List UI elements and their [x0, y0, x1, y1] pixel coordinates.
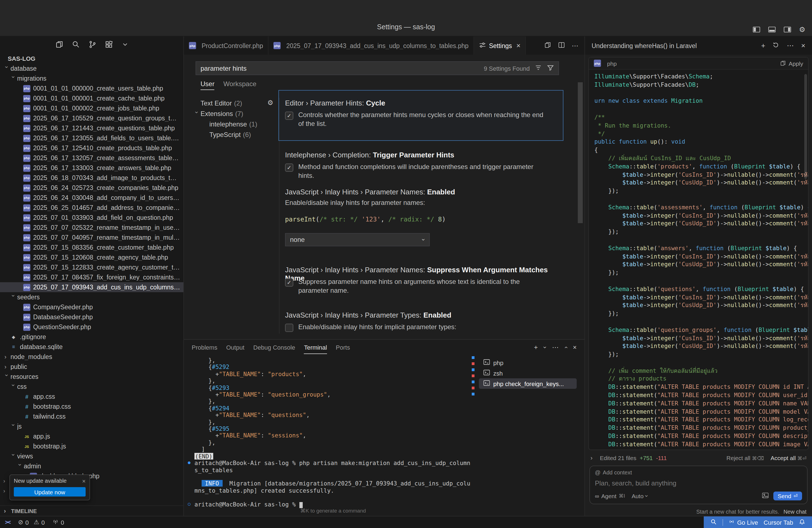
tree-item[interactable]: php2025_06_17_121443_create_questions_ta…	[0, 123, 184, 133]
settings-scrollbar[interactable]	[578, 82, 583, 223]
more-actions-icon[interactable]: ⋯	[572, 42, 578, 49]
tree-item[interactable]: php2025_07_15_083356_create_customer_tab…	[0, 243, 184, 252]
tree-item[interactable]: php2025_07_15_120608_create_agency_table…	[0, 252, 184, 262]
go-live-button[interactable]: Go Live	[729, 518, 758, 526]
settings-toc-item[interactable]: TypeScript(6)	[191, 129, 278, 140]
copy-icon[interactable]	[544, 41, 551, 50]
tree-item[interactable]: ›resources	[0, 372, 184, 382]
customize-layout-icon[interactable]: ⚙	[799, 25, 806, 34]
panel-tab[interactable]: Ports	[336, 341, 350, 354]
close-panel-icon[interactable]: ×	[573, 343, 577, 351]
remote-indicator-icon[interactable]: ><	[5, 519, 10, 525]
close-icon[interactable]: ×	[801, 42, 806, 49]
checkbox[interactable]: ✓	[285, 163, 293, 172]
tree-item[interactable]: php2025_07_15_122833_create_agency_custo…	[0, 262, 184, 272]
update-now-button[interactable]: Update now	[14, 487, 86, 497]
accept-all-button[interactable]: Accept all ⌘⏎	[771, 455, 807, 461]
close-icon[interactable]: ×	[82, 478, 86, 484]
tree-item[interactable]: php2025_07_17_084357_fix_foreign_key_con…	[0, 272, 184, 282]
tree-item[interactable]: #app.css	[0, 392, 184, 401]
more-actions-icon[interactable]: ⋯	[552, 343, 559, 351]
terminal-session[interactable]: php	[479, 357, 577, 368]
settings-scope-tab[interactable]: Workspace	[223, 80, 257, 90]
tree-item[interactable]: php2025_07_07_040957_rename_timestamp_in…	[0, 233, 184, 243]
reject-all-button[interactable]: Reject all ⌘⌫	[726, 455, 764, 461]
new-chat-link[interactable]: New chat	[784, 509, 807, 515]
tree-item[interactable]: ›seeders	[0, 292, 184, 302]
toggle-sidebar-left-icon[interactable]	[753, 25, 761, 34]
problems-indicator[interactable]: ⊘0 ⚠0	[18, 518, 45, 526]
panel-tab[interactable]: Output	[226, 341, 244, 354]
search-icon[interactable]	[72, 40, 80, 50]
settings-toc-item[interactable]: ›Extensions(7)	[191, 108, 278, 119]
tree-item[interactable]: php2025_06_18_070343_add_image_to_produc…	[0, 173, 184, 183]
setting-select[interactable]: none›	[285, 233, 430, 246]
tree-item[interactable]: ›admin	[0, 461, 184, 471]
cursor-tab-button[interactable]: Cursor Tab	[764, 519, 793, 526]
terminal-session[interactable]: php check_foreign_keys...	[479, 378, 577, 389]
send-button[interactable]: Send ⏎	[773, 492, 802, 500]
panel-tab[interactable]: Problems	[192, 341, 217, 354]
tree-item[interactable]: phpQuestionSeeder.php	[0, 322, 184, 332]
editor-tab[interactable]: php2025_07_17_093943_add_cus_ins_udp_col…	[269, 36, 474, 55]
tree-item[interactable]: php2025_07_07_025322_rename_timestamp_in…	[0, 223, 184, 233]
chat-input-box[interactable]: @ Add context Plan, search, build anythi…	[590, 466, 808, 504]
search-icon[interactable]	[711, 518, 717, 526]
extensions-icon[interactable]	[105, 40, 113, 50]
add-context-button[interactable]: @ Add context	[595, 469, 802, 475]
ports-indicator[interactable]: 0	[53, 518, 64, 526]
tree-item[interactable]: php0001_01_01_000000_create_users_table.…	[0, 84, 184, 93]
project-root-label[interactable]: SAS-LOG	[0, 53, 184, 63]
tree-item[interactable]: php0001_01_01_000001_create_cache_table.…	[0, 93, 184, 103]
edited-files-label[interactable]: Edited 21 files	[600, 455, 636, 461]
image-attach-icon[interactable]	[762, 492, 769, 500]
close-icon[interactable]: ×	[517, 41, 521, 50]
collapsed-section-chevron-icon[interactable]: ›	[3, 488, 5, 494]
tree-item[interactable]: ›public	[0, 362, 184, 372]
tree-item[interactable]: php2025_06_17_125410_create_products_tab…	[0, 143, 184, 153]
editor-tab[interactable]: Settings×	[474, 36, 526, 55]
chevron-right-icon[interactable]: ›	[591, 455, 597, 461]
checkbox[interactable]: ✓	[285, 112, 293, 120]
collapsed-section-chevron-icon[interactable]: ›	[3, 478, 5, 484]
chat-input-placeholder[interactable]: Plan, search, build anything	[595, 480, 802, 487]
tree-item[interactable]: php2025_06_24_030048_add_company_id_to_u…	[0, 193, 184, 203]
tree-item[interactable]: php2025_07_01_033903_add_field_on_questi…	[0, 212, 184, 223]
timeline-section-header[interactable]: › TIMELINE	[0, 505, 184, 516]
chat-code[interactable]: Illuminate\Support\Facades\Schema;Illumi…	[589, 70, 808, 448]
agent-mode-dropdown[interactable]: ∞ Agent ⌘I	[595, 493, 625, 499]
terminal-profile-dropdown-icon[interactable]: ›	[542, 346, 548, 348]
new-chat-icon[interactable]: +	[761, 42, 765, 49]
settings-toc-item[interactable]: Text Editor(2)	[191, 98, 278, 108]
source-control-icon[interactable]	[88, 40, 97, 50]
chevron-down-icon[interactable]	[121, 41, 128, 50]
tree-item[interactable]: ›migrations	[0, 73, 184, 84]
tree-item[interactable]: JSbootstrap.js	[0, 441, 184, 451]
chat-code-scrollbar[interactable]	[804, 74, 807, 179]
tree-item[interactable]: php2025_06_17_105529_create_question_gro…	[0, 113, 184, 123]
tree-item[interactable]: ≡database.sqlite	[0, 342, 184, 352]
apply-button[interactable]: Apply	[780, 60, 803, 67]
history-icon[interactable]	[772, 41, 780, 50]
bell-icon[interactable]	[799, 518, 806, 526]
settings-toc-item[interactable]: intelephense(1)	[191, 119, 278, 129]
tree-item[interactable]: php0001_01_01_000002_create_jobs_table.p…	[0, 103, 184, 113]
terminal-session[interactable]: zsh	[479, 368, 577, 378]
checkbox[interactable]: ✓	[285, 278, 293, 287]
tree-item[interactable]: php2025_06_24_025723_create_companies_ta…	[0, 183, 184, 193]
editor-tab[interactable]: phpProductController.php	[184, 36, 269, 55]
tree-item[interactable]: php2025_06_17_132057_create_assessments_…	[0, 153, 184, 163]
tree-item[interactable]: ›js	[0, 421, 184, 431]
tree-item[interactable]: #bootstrap.css	[0, 401, 184, 411]
settings-scope-tab[interactable]: User	[201, 80, 215, 90]
tree-item[interactable]: phpDatabaseSeeder.php	[0, 312, 184, 322]
tree-item[interactable]: ›node_modules	[0, 352, 184, 362]
checkbox[interactable]	[285, 324, 293, 332]
model-dropdown[interactable]: Auto ›	[632, 493, 648, 499]
tree-item[interactable]: ›database	[0, 63, 184, 73]
tree-item[interactable]: ›views	[0, 451, 184, 461]
explorer-icon[interactable]	[55, 40, 63, 50]
tree-item[interactable]: ›css	[0, 382, 184, 392]
tree-item[interactable]: php2025_07_17_093943_add_cus_ins_udp_col…	[0, 282, 184, 292]
tree-item[interactable]: phpCompanySeeder.php	[0, 302, 184, 312]
